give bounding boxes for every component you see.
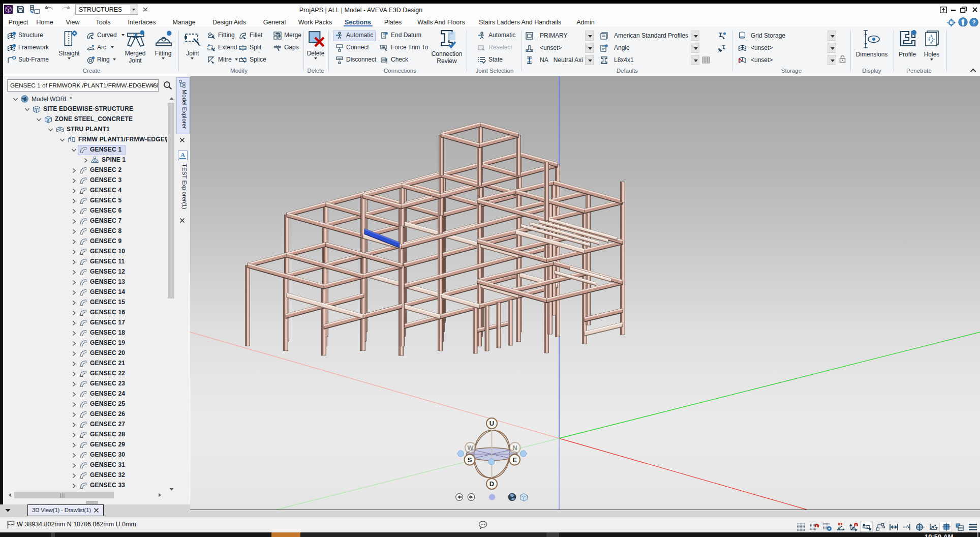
svg-text:N: N bbox=[512, 444, 517, 452]
svg-text:D: D bbox=[489, 480, 494, 488]
svg-text:W: W bbox=[467, 444, 474, 452]
svg-text:U: U bbox=[489, 420, 494, 427]
svg-text:?: ? bbox=[972, 19, 975, 25]
svg-text:A: A bbox=[180, 151, 186, 159]
svg-text:S: S bbox=[468, 456, 472, 464]
svg-text:E: E bbox=[512, 456, 517, 464]
